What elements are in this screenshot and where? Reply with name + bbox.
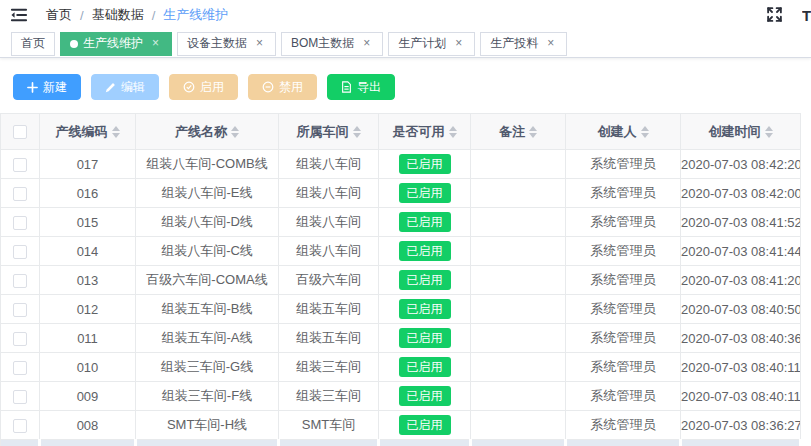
sort-caret-icon[interactable]	[449, 126, 457, 138]
table-row[interactable]: 008SMT车间-H线SMT车间已启用系统管理员2020-07-03 08:36…	[1, 411, 801, 440]
cell-status: 已启用	[379, 382, 471, 411]
breadcrumb-item[interactable]: 基础数据	[92, 6, 144, 24]
row-checkbox[interactable]	[13, 361, 27, 375]
column-header[interactable]: 是否可用	[379, 114, 471, 150]
sidebar-collapse-icon[interactable]	[10, 6, 30, 24]
cell-created-at: 2020-07-03 08:40:36	[681, 324, 801, 353]
cell-line-name: SMT车间-H线	[136, 411, 279, 440]
cell-workshop: 组装八车间	[279, 179, 379, 208]
row-checkbox[interactable]	[13, 187, 27, 201]
tab-item[interactable]: 首页	[11, 32, 55, 56]
app-window: 首页/基础数据/生产线维护 T 首页生产线维护×设备主数据×BOM主数据×生产计…	[0, 0, 811, 446]
table-row[interactable]: 014组装八车间-C线组装八车间已启用系统管理员2020-07-03 08:41…	[1, 237, 801, 266]
row-checkbox-cell	[1, 208, 40, 237]
breadcrumb-item[interactable]: 生产线维护	[163, 6, 228, 24]
breadcrumb-item[interactable]: 首页	[46, 6, 72, 24]
enable-button[interactable]: 启用	[169, 74, 238, 100]
document-icon	[341, 81, 352, 93]
row-checkbox[interactable]	[13, 303, 27, 317]
row-checkbox-cell	[1, 295, 40, 324]
cell-workshop: 百级六车间	[279, 266, 379, 295]
export-button[interactable]: 导出	[327, 74, 395, 100]
table-row[interactable]: 015组装八车间-D线组装八车间已启用系统管理员2020-07-03 08:41…	[1, 208, 801, 237]
row-checkbox[interactable]	[13, 332, 27, 346]
status-badge: 已启用	[399, 183, 451, 203]
table-row[interactable]: 011组装五车间-A线组装五车间已启用系统管理员2020-07-03 08:40…	[1, 324, 801, 353]
column-header-label: 是否可用	[393, 123, 445, 141]
column-header[interactable]: 创建时间	[681, 114, 801, 150]
cell-status: 已启用	[379, 411, 471, 440]
table-row[interactable]: 013百级六车间-COMA线百级六车间已启用系统管理员2020-07-03 08…	[1, 266, 801, 295]
select-all-checkbox[interactable]	[13, 125, 27, 139]
table-row[interactable]: 016组装八车间-E线组装八车间已启用系统管理员2020-07-03 08:42…	[1, 179, 801, 208]
edit-button[interactable]: 编辑	[91, 74, 159, 100]
cell-created-at: 2020-07-03 08:42:20	[681, 150, 801, 179]
status-badge: 已启用	[399, 241, 451, 261]
disable-button[interactable]: 禁用	[248, 74, 317, 100]
tab-item[interactable]: 生产线维护×	[60, 32, 172, 56]
cell-workshop: 组装三车间	[279, 353, 379, 382]
row-checkbox[interactable]	[13, 158, 27, 172]
row-checkbox[interactable]	[13, 390, 27, 404]
sort-caret-icon[interactable]	[641, 126, 649, 138]
user-menu-partial[interactable]: T	[802, 7, 811, 24]
cell-created-at: 2020-07-03 08:40:11	[681, 353, 801, 382]
table-row[interactable]: 017组装八车间-COMB线组装八车间已启用系统管理员2020-07-03 08…	[1, 150, 801, 179]
sort-caret-icon[interactable]	[529, 126, 537, 138]
row-checkbox-cell	[1, 411, 40, 440]
cell-remark	[471, 208, 566, 237]
partial-next-row	[1, 440, 801, 446]
tab-item[interactable]: 生产计划×	[388, 32, 475, 56]
table-row[interactable]: 009组装三车间-F线组装三车间已启用系统管理员2020-07-03 08:40…	[1, 382, 801, 411]
status-badge: 已启用	[399, 415, 451, 435]
column-header[interactable]: 创建人	[566, 114, 681, 150]
column-header-label: 备注	[499, 123, 525, 141]
column-header-label: 所属车间	[297, 123, 349, 141]
row-checkbox-cell	[1, 324, 40, 353]
close-icon[interactable]: ×	[360, 37, 373, 50]
cell-line-name: 组装三车间-F线	[136, 382, 279, 411]
cell-created-at: 2020-07-03 08:41:20	[681, 266, 801, 295]
close-icon[interactable]: ×	[149, 37, 162, 50]
button-label: 新建	[43, 79, 67, 96]
row-checkbox[interactable]	[13, 274, 27, 288]
close-icon[interactable]: ×	[544, 37, 557, 50]
sort-caret-icon[interactable]	[765, 126, 773, 138]
tab-item[interactable]: 生产投料×	[480, 32, 567, 56]
column-header[interactable]: 产线名称	[136, 114, 279, 150]
cell-creator: 系统管理员	[566, 353, 681, 382]
cell-status: 已启用	[379, 324, 471, 353]
minus-circle-icon	[262, 81, 274, 93]
column-header[interactable]: 产线编码	[40, 114, 136, 150]
cell-line-code: 017	[40, 150, 136, 179]
cell-line-name: 组装八车间-D线	[136, 208, 279, 237]
cell-line-code: 010	[40, 353, 136, 382]
cell-line-name: 组装五车间-B线	[136, 295, 279, 324]
close-icon[interactable]: ×	[253, 37, 266, 50]
create-button[interactable]: 新建	[13, 74, 81, 100]
sort-caret-icon[interactable]	[112, 126, 120, 138]
fullscreen-icon[interactable]	[766, 6, 784, 24]
row-checkbox[interactable]	[13, 419, 27, 433]
tab-item[interactable]: BOM主数据×	[281, 32, 383, 56]
sort-caret-icon[interactable]	[231, 126, 239, 138]
column-header[interactable]: 备注	[471, 114, 566, 150]
close-icon[interactable]: ×	[452, 37, 465, 50]
sort-caret-icon[interactable]	[353, 126, 361, 138]
row-checkbox[interactable]	[13, 245, 27, 259]
cell-line-name: 组装八车间-C线	[136, 237, 279, 266]
table-row[interactable]: 012组装五车间-B线组装五车间已启用系统管理员2020-07-03 08:40…	[1, 295, 801, 324]
cell-remark	[471, 353, 566, 382]
table-row[interactable]: 010组装三车间-G线组装三车间已启用系统管理员2020-07-03 08:40…	[1, 353, 801, 382]
cell-remark	[471, 382, 566, 411]
partial-cell	[40, 440, 136, 446]
check-circle-icon	[183, 81, 195, 93]
cell-line-code: 014	[40, 237, 136, 266]
tab-item[interactable]: 设备主数据×	[177, 32, 276, 56]
column-header[interactable]: 所属车间	[279, 114, 379, 150]
partial-cell	[136, 440, 279, 446]
row-checkbox-cell	[1, 150, 40, 179]
cell-remark	[471, 150, 566, 179]
column-header-label: 产线编码	[56, 123, 108, 141]
row-checkbox[interactable]	[13, 216, 27, 230]
